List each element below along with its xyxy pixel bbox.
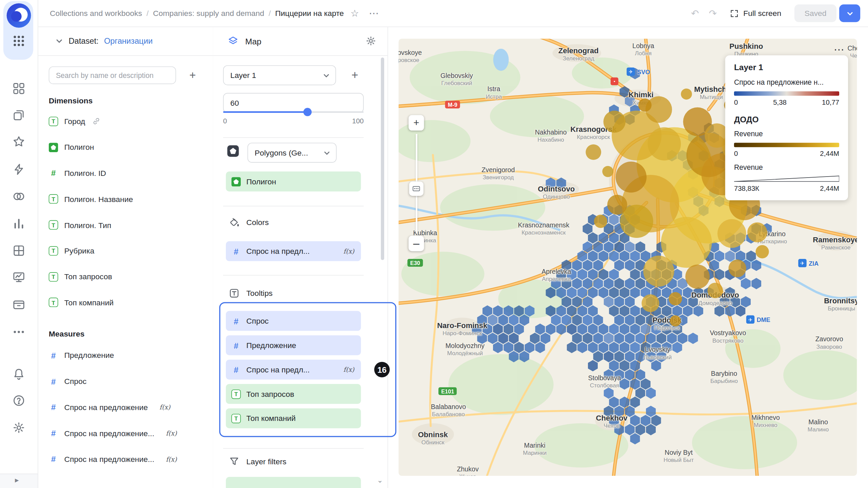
add-layer-button[interactable]: + bbox=[345, 65, 365, 85]
add-field-button[interactable]: + bbox=[184, 66, 201, 84]
tooltip-field-chip[interactable]: TТоп компаний bbox=[226, 408, 361, 428]
field-row[interactable]: TПолигон. Название bbox=[49, 186, 207, 212]
field-label: Спрос bbox=[64, 377, 86, 386]
measure-tool-button[interactable] bbox=[409, 182, 423, 196]
chevron-down-icon[interactable] bbox=[55, 37, 63, 45]
tooltip-field-chip[interactable]: TТоп запросов bbox=[226, 384, 361, 404]
text-field-icon: T bbox=[49, 298, 58, 307]
field-row[interactable]: #Полигон. ID bbox=[49, 160, 207, 186]
tick-max: 2,44М bbox=[820, 185, 839, 192]
sidebar-item-charts[interactable] bbox=[12, 217, 25, 230]
field-label: Рубрика bbox=[64, 246, 94, 255]
field-row[interactable]: #Предложение bbox=[49, 343, 207, 368]
field-label: Полигон. ID bbox=[64, 169, 106, 178]
tick-mid: 5,38 bbox=[738, 99, 822, 106]
layer-filter-chip-partial[interactable] bbox=[226, 477, 361, 488]
sidebar-item-relations[interactable] bbox=[12, 190, 25, 203]
dimensions-title: Dimensions bbox=[49, 96, 93, 105]
field-row[interactable]: #Спрос bbox=[49, 368, 207, 394]
sidebar-item-dashboards[interactable] bbox=[12, 270, 25, 284]
text-field-icon: T bbox=[49, 117, 58, 126]
config-header: Map bbox=[213, 26, 388, 56]
sidebar-item-quick-actions[interactable] bbox=[12, 163, 25, 176]
legend-revenue-ticks: 0 2,44M bbox=[734, 150, 839, 158]
config-scrollbar[interactable] bbox=[381, 58, 384, 260]
sidebar-item-settings[interactable] bbox=[12, 421, 25, 434]
field-label: Предложение bbox=[64, 351, 114, 360]
chip-label: Топ запросов bbox=[246, 389, 294, 398]
topbar: Collections and workbooks/Companies: sup… bbox=[38, 0, 868, 27]
breadcrumb-item[interactable]: Companies: supply and demand bbox=[153, 9, 264, 18]
formula-icon: f(x) bbox=[166, 455, 177, 463]
text-field-icon: T bbox=[49, 246, 58, 256]
colors-section-header: Colors bbox=[229, 217, 269, 228]
undo-icon[interactable]: ↶ bbox=[691, 8, 699, 19]
dataset-name-link[interactable]: Организации bbox=[104, 37, 153, 45]
gear-icon[interactable] bbox=[366, 35, 377, 46]
map-canvas[interactable]: rovskoyeровскоеZelenogradЗеленоградLobny… bbox=[399, 39, 857, 476]
sidebar-item-storage[interactable] bbox=[12, 298, 25, 311]
save-dropdown-button[interactable] bbox=[839, 4, 860, 22]
field-row[interactable]: TГород bbox=[49, 108, 207, 134]
polygon-field-chip[interactable]: Полигон bbox=[226, 171, 361, 191]
opacity-value-box[interactable]: 60 bbox=[223, 93, 364, 113]
tooltip-field-chip[interactable]: #Предложение bbox=[226, 335, 361, 355]
zoom-out-button[interactable]: − bbox=[409, 236, 424, 251]
tick-max: 10,77 bbox=[822, 99, 839, 106]
full-screen-button[interactable]: Full screen bbox=[730, 9, 781, 18]
map-more-icon[interactable]: ⋯ bbox=[834, 43, 844, 55]
more-menu-icon[interactable]: ⋯ bbox=[369, 8, 379, 18]
tooltip-field-chip[interactable]: #Спрос на предл...f(x) bbox=[226, 360, 361, 380]
chip-label: Предложение bbox=[246, 341, 296, 350]
redo-icon[interactable]: ↷ bbox=[709, 8, 717, 19]
sidebar-item-collections[interactable] bbox=[12, 108, 25, 122]
layer-filters-section-header: Layer filters bbox=[229, 456, 286, 467]
geotype-select[interactable]: Polygons (Ge... bbox=[248, 143, 337, 163]
colors-field-chip[interactable]: # Спрос на предл... f(x) bbox=[226, 241, 361, 261]
field-row[interactable]: TТоп компаний bbox=[49, 290, 207, 316]
slider-min-label: 0 bbox=[223, 117, 227, 125]
saved-button[interactable]: Saved bbox=[794, 4, 836, 22]
field-row[interactable]: Полигон bbox=[49, 134, 207, 160]
sidebar-item-widgets[interactable] bbox=[12, 82, 25, 95]
tooltip-field-chip[interactable]: #Спрос bbox=[226, 311, 361, 331]
sidebar-item-favorites[interactable] bbox=[12, 135, 25, 148]
opacity-value: 60 bbox=[230, 99, 239, 107]
field-row[interactable]: #Спрос на предложениеf(x) bbox=[49, 394, 207, 420]
slider-max-label: 100 bbox=[352, 117, 364, 125]
field-row[interactable]: TРубрика bbox=[49, 238, 207, 264]
scroll-down-icon[interactable]: ⌄ bbox=[377, 476, 383, 484]
viewport: ▸ Collections and workbooks/Companies: s… bbox=[0, 0, 868, 488]
expand-rail-icon[interactable]: ▸ bbox=[15, 475, 19, 484]
field-row[interactable]: TПолигон. Тип bbox=[49, 212, 207, 238]
field-row[interactable]: #Спрос на предложение...f(x) bbox=[49, 420, 207, 446]
search-input[interactable] bbox=[49, 66, 176, 84]
number-field-icon: # bbox=[49, 454, 58, 464]
apps-grid-icon[interactable] bbox=[12, 34, 25, 47]
left-rail bbox=[0, 0, 38, 474]
field-label: Спрос на предложение bbox=[64, 403, 148, 412]
sidebar-item-datasets[interactable] bbox=[12, 244, 25, 257]
number-field-icon: # bbox=[49, 428, 58, 438]
zoom-in-button[interactable]: + bbox=[409, 115, 424, 131]
sidebar-item-more-services[interactable] bbox=[12, 325, 25, 339]
layer-select[interactable]: Layer 1 bbox=[223, 65, 336, 85]
slider-labels: 0 100 bbox=[223, 117, 364, 125]
legend-revenue-label: Revenue bbox=[734, 129, 839, 138]
full-screen-label: Full screen bbox=[743, 9, 781, 18]
slider-knob[interactable] bbox=[303, 108, 312, 116]
favorite-star-icon[interactable]: ☆ bbox=[351, 8, 359, 18]
datalens-logo[interactable] bbox=[7, 3, 31, 28]
tick-min: 738,83К bbox=[734, 185, 759, 192]
config-body: Layer 1 + 60 0 100 Polygons (Ge... bbox=[213, 55, 388, 488]
sidebar-item-help[interactable] bbox=[12, 394, 25, 407]
formula-icon: f(x) bbox=[343, 247, 354, 255]
sidebar-item-notifications[interactable] bbox=[12, 367, 25, 381]
opacity-slider[interactable] bbox=[223, 111, 364, 113]
field-row[interactable]: #Спрос на предложение...f(x) bbox=[49, 446, 207, 472]
divider bbox=[223, 448, 364, 449]
divider bbox=[223, 137, 364, 138]
breadcrumb-item[interactable]: Collections and workbooks bbox=[50, 9, 142, 18]
legend-color-ticks: 0 5,38 10,77 bbox=[734, 99, 839, 106]
field-row[interactable]: TТоп запросов bbox=[49, 264, 207, 289]
